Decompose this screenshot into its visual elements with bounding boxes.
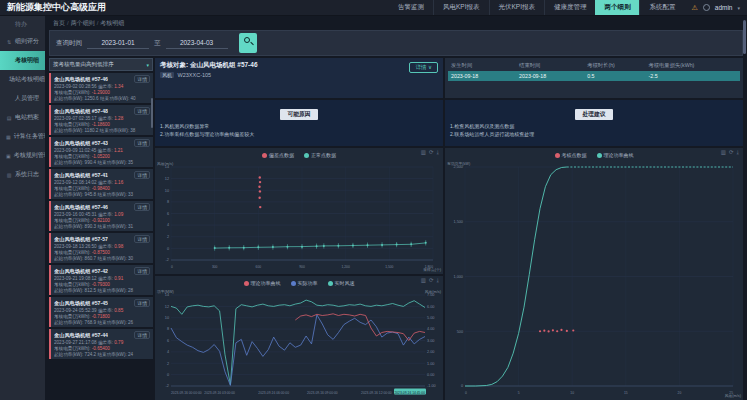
possible-cause-item: 1.风机测风仪数据异常 [160,123,438,129]
toolbox-download-icon[interactable]: ⤓ [737,150,739,156]
event-card-header: 金山风电场机组 #57-46详情 [54,75,150,83]
deviation-label: 偏差率: [98,276,114,281]
suggestion-item: 2.联系场站运维人员进行就地核查处理 [450,131,738,137]
event-card-detail-badge[interactable]: 详情 [134,139,150,147]
toolbox-download-icon[interactable]: ⤓ [437,278,439,284]
sidebar-item-场站考核明细[interactable]: 场站考核明细 [0,70,45,89]
query-bar: 查询时间 至 [49,30,743,56]
breadcrumb-segment[interactable]: 两个细则 [71,20,95,26]
sidebar-item-考核规则管理[interactable]: ▣考核规则管理 [0,146,45,165]
event-card-header: 金山风电场机组 #57-57详情 [54,235,150,243]
possible-cause-item: 2.功率采样点数据与理论功率曲线偏差较大 [160,131,438,137]
assessed-energy-value: -1.05200 [92,154,110,159]
event-card-energy-line: 考核电量(万kWh): -1.29000 [54,90,150,95]
sidebar-item-人员管理[interactable]: 人员管理 [0,89,45,108]
toolbox-download-icon[interactable]: ⤓ [437,150,439,156]
window-scrollbar[interactable] [743,20,746,54]
sidebar-item-细则评分[interactable]: ⇅细则评分 [0,32,45,51]
sidebar-item-待办[interactable]: 待办 [0,16,45,32]
svg-text:1,200: 1,200 [342,265,350,269]
deviation-label: 偏差率: [98,180,114,185]
event-card-detail-badge[interactable]: 详情 [134,267,150,275]
svg-text:4.00: 4.00 [427,327,434,331]
event-card[interactable]: 金山风电场机组 #57-42详情2023-09-21 19:08:12 偏差率:… [49,265,153,295]
device-detail-button[interactable]: 详情 ∨ [409,62,438,73]
list-scrollbar[interactable] [151,98,153,128]
chart-legend: 偏差点数据正常点数据 [155,148,443,160]
chart-toolbox: ▥ ⟳ ⤓ [421,150,439,156]
sidebar-item-icon: ▥ [6,172,12,178]
event-card-detail-badge[interactable]: 详情 [134,203,150,211]
nav-item-风电KPI报表[interactable]: 风电KPI报表 [433,0,488,15]
event-card[interactable]: 金山风电场机组 #57-43详情2023-09-09 11:02:45 偏差率:… [49,137,153,167]
assessed-energy-label: 考核电量(万kWh): [54,90,92,95]
user-name[interactable]: admin [715,4,733,11]
event-card-detail-badge[interactable]: 详情 [134,235,150,243]
breadcrumb-segment[interactable]: 首页 [53,20,65,26]
legend-item-实际功率[interactable]: 实际功率 [291,280,318,286]
svg-text:风速(m/s): 风速(m/s) [725,393,742,398]
query-time-label: 查询时间 [56,39,82,48]
nav-item-系统配置[interactable]: 系统配置 [639,0,684,15]
sidebar-item-计算任务管理[interactable]: ▦计算任务管理 [0,127,45,146]
possible-cause-panel: 可能原因 1.风机测风仪数据异常2.功率采样点数据与理论功率曲线偏差较大 [155,100,443,146]
event-card[interactable]: 金山风电场机组 #57-45详情2023-09-24 05:52:39 偏差率:… [49,297,153,327]
sidebar-item-系统日志[interactable]: ▥系统日志 [0,165,45,184]
nav-item-光伏KPI报表[interactable]: 光伏KPI报表 [489,0,544,15]
power-wind-line-chart[interactable]: -2-1.0000.0021.0042.0063.0084.00105.0012… [155,288,443,398]
legend-item-理论功率曲线[interactable]: 理论功率曲线 [244,280,281,286]
legend-swatch [597,153,602,158]
legend-swatch [244,281,249,286]
event-card[interactable]: 金山风电场机组 #57-41详情2023-09-12 08:14:02 偏差率:… [49,169,153,199]
legend-label: 理论功率曲线 [251,280,281,286]
table-cell: -2.5 [648,73,737,79]
legend-item-理论功率曲线[interactable]: 理论功率曲线 [597,152,634,158]
sort-dropdown[interactable]: 按考核电量由高到低排序 ▾ [49,58,153,71]
sidebar-item-考核明细[interactable]: 考核明细 [0,51,45,70]
svg-text:3.00: 3.00 [427,339,434,343]
toolbox-restore-icon[interactable]: ⟳ [429,150,434,156]
event-time: 2023-09-18 13:26:50 [54,244,98,249]
event-card-detail-badge[interactable]: 详情 [134,171,150,179]
device-title: 考核对象: 金山风电场机组 #57-46 [160,61,438,70]
event-card-detail-badge[interactable]: 详情 [134,107,150,115]
deviation-label: 偏差率: [98,212,114,217]
svg-text:500: 500 [457,330,463,334]
end-date-input[interactable] [166,37,228,49]
event-card[interactable]: 金山风电场机组 #57-57详情2023-09-18 13:26:50 偏差率:… [49,233,153,263]
event-card[interactable]: 金山风电场机组 #57-46详情2023-09-02 00:28:56 偏差率:… [49,73,153,103]
power-curve-chart[interactable]: 05001,0001,5002,0000510152025有功功率(kW)风速(… [445,160,743,398]
legend-item-偏差点数据[interactable]: 偏差点数据 [262,152,294,158]
event-card[interactable]: 金山风电场机组 #57-46详情2023-09-16 00:45:31 偏差率:… [49,201,153,231]
deviation-scatter-chart[interactable]: -20246810121403006009001,2001,5001,800风速… [155,160,443,272]
event-card-detail-badge[interactable]: 详情 [134,299,150,307]
nav-item-两个细则[interactable]: 两个细则 [595,0,639,15]
event-card-time-line: 2023-09-21 19:08:12 偏差率: 0.91 [54,276,150,281]
alarm-warning-icon[interactable]: ⚠ [691,4,697,11]
deviation-scatter-chart-panel: ▥ ⟳ ⤓ 偏差点数据正常点数据 -2024681012140300600900… [155,148,443,274]
assessment-result-table: 发生时间结束时间考核时长(h)考核电量损失(kWh) 2023-09-18202… [445,58,743,98]
sidebar-item-电站档案[interactable]: ▤电站档案 [0,108,45,127]
toolbox-restore-icon[interactable]: ⟳ [429,278,434,284]
deviation-label: 偏差率: [98,340,114,345]
toolbox-dataview-icon[interactable]: ▥ [721,150,726,156]
toolbox-dataview-icon[interactable]: ▥ [421,150,426,156]
chevron-down-icon[interactable]: ▾ [737,5,740,11]
event-card-time-line: 2023-09-18 13:26:50 偏差率: 0.98 [54,244,150,249]
nav-item-健康度管理[interactable]: 健康度管理 [544,0,596,15]
toolbox-restore-icon[interactable]: ⟳ [729,150,734,156]
table-row[interactable]: 2023-09-182023-09-180.5-2.5 [448,71,740,81]
legend-item-正常点数据[interactable]: 正常点数据 [304,152,336,158]
legend-item-考核点数据[interactable]: 考核点数据 [555,152,587,158]
breadcrumb-segment: 考核明细 [100,20,124,26]
toolbox-dataview-icon[interactable]: ▥ [421,278,426,284]
svg-text:2: 2 [167,235,169,239]
start-date-input[interactable] [87,37,149,49]
event-card-detail-badge[interactable]: 详情 [134,331,150,339]
event-card-detail-badge[interactable]: 详情 [134,75,150,83]
event-card[interactable]: 金山风电场机组 #57-48详情2023-09-07 02:35:17 偏差率:… [49,105,153,135]
nav-item-告警监测[interactable]: 告警监测 [389,0,433,15]
legend-item-实时风速[interactable]: 实时风速 [328,280,355,286]
event-card[interactable]: 金山风电场机组 #57-44详情2023-09-27 21:17:08 偏差率:… [49,329,153,359]
search-button[interactable] [239,33,257,53]
